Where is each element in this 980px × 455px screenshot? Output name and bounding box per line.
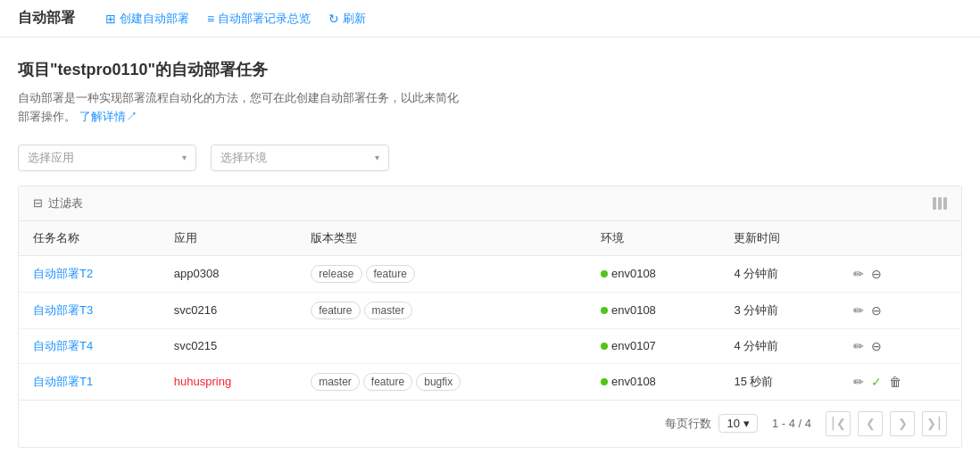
- task-name-link[interactable]: 自动部署T3: [33, 303, 93, 317]
- tasks-table: 任务名称 应用 版本类型 环境 更新时间 自动部署T2app0308releas…: [19, 221, 961, 400]
- top-bar-actions: ⊞ 创建自动部署 ≡ 自动部署记录总览 ↻ 刷新: [105, 11, 366, 27]
- delete-circle-btn[interactable]: ⊖: [871, 303, 882, 318]
- table-row: 自动部署T4svc0215env01074 分钟前✏⊖: [19, 328, 961, 363]
- version-tag: release: [311, 265, 361, 283]
- env-status-dot: [601, 307, 608, 314]
- filter-icon: ⊟: [33, 196, 43, 210]
- cell-name: 自动部署T4: [19, 328, 160, 363]
- pagination-info: 1 - 4 / 4: [772, 417, 811, 430]
- cell-tags: featuremaster: [296, 292, 586, 328]
- cell-app: svc0216: [160, 292, 296, 328]
- env-value: env0108: [611, 375, 656, 388]
- task-name-link[interactable]: 自动部署T4: [33, 339, 93, 352]
- create-autodeploy-btn[interactable]: ⊞ 创建自动部署: [105, 11, 189, 27]
- filter-button[interactable]: ⊟ 过滤表: [33, 195, 83, 211]
- version-tag: master: [311, 373, 360, 391]
- cell-name: 自动部署T3: [19, 292, 160, 328]
- task-name-link[interactable]: 自动部署T2: [33, 267, 93, 280]
- cell-updated: 4 分钟前: [719, 328, 839, 363]
- page-size-value: 10: [727, 417, 739, 430]
- cell-name: 自动部署T1: [19, 363, 160, 400]
- actions-group: ✏⊖: [853, 303, 947, 318]
- version-tag: feature: [311, 302, 360, 319]
- cell-actions: ✏⊖: [839, 292, 961, 328]
- table-row: 自动部署T1huhuspringmasterfeaturebugfixenv01…: [19, 363, 961, 400]
- cell-env: env0108: [586, 363, 719, 400]
- table-body: 自动部署T2app0308releasefeatureenv01084 分钟前✏…: [19, 255, 961, 400]
- env-select-placeholder: 选择环境: [220, 150, 267, 166]
- edit-btn[interactable]: ✏: [853, 339, 864, 353]
- first-page-btn[interactable]: ⎮❮: [826, 411, 851, 436]
- col-header-actions: [839, 221, 961, 256]
- main-content: 项目"testpro0110"的自动部署任务 自动部署是一种实现部署流程自动化的…: [0, 37, 980, 455]
- env-status-dot: [601, 270, 608, 277]
- app-select[interactable]: 选择应用 ▾: [18, 145, 196, 171]
- actions-group: ✏✓🗑: [853, 375, 947, 389]
- env-status-dot: [601, 378, 608, 385]
- last-page-btn[interactable]: ❯⎮: [922, 411, 947, 436]
- filter-row: 选择应用 ▾ 选择环境 ▾: [18, 145, 962, 171]
- cell-app: app0308: [160, 255, 296, 292]
- top-bar: 自动部署 ⊞ 创建自动部署 ≡ 自动部署记录总览 ↻ 刷新: [0, 0, 980, 37]
- col-header-version: 版本类型: [296, 221, 586, 256]
- records-btn-label: 自动部署记录总览: [218, 11, 311, 27]
- cell-actions: ✏⊖: [839, 328, 961, 363]
- create-icon: ⊞: [105, 12, 116, 26]
- env-status-dot: [601, 343, 608, 350]
- table-row: 自动部署T3svc0216featuremasterenv01083 分钟前✏⊖: [19, 292, 961, 328]
- version-tag: feature: [366, 265, 415, 283]
- pagination: 每页行数 10 ▾ 1 - 4 / 4 ⎮❮ ❮ ❯ ❯⎮: [19, 400, 961, 447]
- records-overview-btn[interactable]: ≡ 自动部署记录总览: [207, 11, 311, 27]
- table-row: 自动部署T2app0308releasefeatureenv01084 分钟前✏…: [19, 255, 961, 292]
- refresh-btn-label: 刷新: [343, 11, 366, 27]
- col-header-updated: 更新时间: [719, 221, 839, 256]
- edit-btn[interactable]: ✏: [853, 375, 864, 389]
- column-settings-btn[interactable]: [933, 197, 947, 210]
- page-size-select[interactable]: 10 ▾: [718, 414, 757, 433]
- learn-more-link[interactable]: 了解详情↗: [79, 110, 137, 123]
- version-tag: bugfix: [416, 373, 461, 391]
- delete-trash-btn[interactable]: 🗑: [889, 375, 901, 389]
- cell-env: env0108: [586, 292, 719, 328]
- env-select[interactable]: 选择环境 ▾: [211, 145, 389, 171]
- check-circle-btn[interactable]: ✓: [871, 375, 882, 389]
- page-header-title: 自动部署: [18, 9, 75, 28]
- col-bar-3: [943, 197, 947, 210]
- env-value: env0108: [611, 267, 656, 280]
- col-header-env: 环境: [586, 221, 719, 256]
- page-size-arrow: ▾: [743, 417, 750, 430]
- filter-label: 过滤表: [48, 195, 83, 211]
- table-section: ⊟ 过滤表 任务名称 应用 版本类型 环境 更新时间: [18, 186, 962, 448]
- version-tag: feature: [363, 373, 412, 391]
- env-value: env0107: [611, 339, 656, 352]
- page-size-label: 每页行数: [665, 416, 711, 432]
- app-value: svc0216: [174, 303, 217, 317]
- prev-page-btn[interactable]: ❮: [858, 411, 883, 436]
- table-toolbar: ⊟ 过滤表: [19, 186, 961, 221]
- app-select-placeholder: 选择应用: [28, 150, 74, 166]
- delete-circle-btn[interactable]: ⊖: [871, 267, 882, 281]
- next-page-btn[interactable]: ❯: [890, 411, 915, 436]
- actions-group: ✏⊖: [853, 339, 947, 353]
- app-value: huhuspring: [174, 375, 231, 388]
- edit-btn[interactable]: ✏: [853, 303, 864, 318]
- app-value: svc0215: [174, 339, 217, 352]
- cell-app: huhuspring: [160, 363, 296, 400]
- table-header: 任务名称 应用 版本类型 环境 更新时间: [19, 221, 961, 256]
- refresh-btn[interactable]: ↻ 刷新: [328, 11, 366, 27]
- col-header-app: 应用: [160, 221, 296, 256]
- cell-name: 自动部署T2: [19, 255, 160, 292]
- version-tag: master: [364, 302, 413, 319]
- cell-updated: 4 分钟前: [719, 255, 839, 292]
- task-name-link[interactable]: 自动部署T1: [33, 375, 93, 388]
- edit-btn[interactable]: ✏: [853, 267, 864, 281]
- cell-actions: ✏✓🗑: [839, 363, 961, 400]
- create-btn-label: 创建自动部署: [120, 11, 189, 27]
- records-icon: ≡: [207, 12, 214, 26]
- delete-circle-btn[interactable]: ⊖: [871, 339, 882, 353]
- cell-app: svc0215: [160, 328, 296, 363]
- cell-tags: [296, 328, 586, 363]
- cell-tags: releasefeature: [296, 255, 586, 292]
- cell-actions: ✏⊖: [839, 255, 961, 292]
- page-title: 项目"testpro0110"的自动部署任务: [18, 59, 962, 80]
